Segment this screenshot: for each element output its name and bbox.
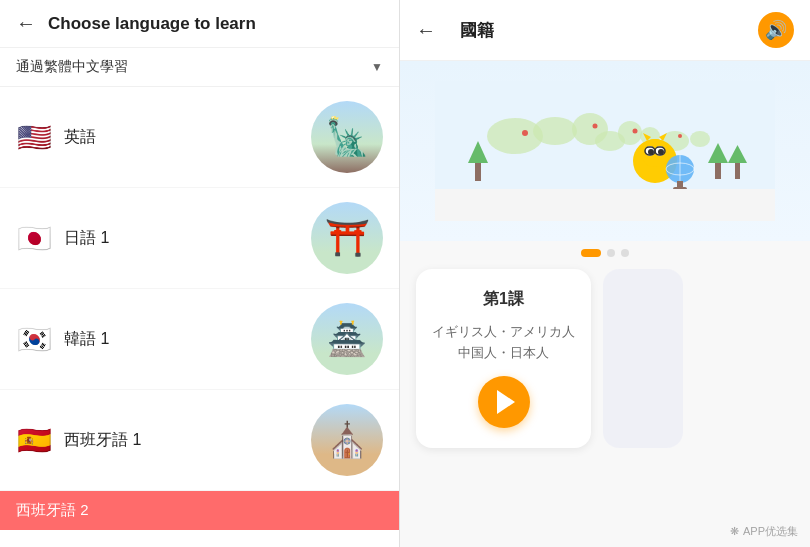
svg-point-5	[618, 121, 642, 145]
list-item[interactable]: 🇰🇷 韓語 1	[0, 289, 399, 390]
language-illustration	[311, 202, 383, 274]
language-illustration	[311, 404, 383, 476]
watermark-icon: ❋	[730, 525, 739, 538]
svg-point-10	[593, 124, 598, 129]
lesson-number: 第1課	[483, 289, 524, 310]
language-name: 日語 1	[64, 228, 109, 249]
hero-illustration	[400, 61, 810, 241]
dot	[607, 249, 615, 257]
flag-icon: 🇪🇸	[16, 422, 52, 458]
flag-icon: 🇰🇷	[16, 321, 52, 357]
watermark: ❋ APP优选集	[730, 524, 798, 539]
highlighted-language-name: 西班牙語 2	[16, 501, 89, 520]
chevron-down-icon: ▼	[371, 60, 383, 74]
svg-rect-35	[435, 189, 775, 221]
play-button[interactable]	[478, 376, 530, 428]
right-back-button[interactable]: ←	[416, 19, 436, 42]
language-list: 🇺🇸 英語 🇯🇵 日語 1 🇰🇷 韓語 1 🇪🇸	[0, 87, 399, 547]
flag-icon: 🇯🇵	[16, 220, 52, 256]
dropdown-label: 通過繁體中文學習	[16, 58, 128, 76]
flag-icon: 🇺🇸	[16, 119, 52, 155]
language-illustration	[311, 303, 383, 375]
right-page-title: 國籍	[460, 19, 494, 42]
svg-point-8	[690, 131, 710, 147]
left-back-button[interactable]: ←	[16, 12, 36, 35]
list-item-highlighted[interactable]: 西班牙語 2	[0, 491, 399, 530]
language-illustration	[311, 101, 383, 173]
list-item[interactable]: 🇪🇸 西班牙語 1	[0, 390, 399, 491]
lesson-card[interactable]: 第1課 イギリス人・アメリカ人 中国人・日本人	[416, 269, 591, 448]
lesson-card-placeholder	[603, 269, 683, 448]
language-name: 英語	[64, 127, 96, 148]
language-dropdown[interactable]: 通過繁體中文學習 ▼	[0, 48, 399, 87]
watermark-text: APP优选集	[743, 524, 798, 539]
svg-rect-13	[475, 161, 481, 181]
left-panel: ← Choose language to learn 通過繁體中文學習 ▼ 🇺🇸…	[0, 0, 400, 547]
dot	[621, 249, 629, 257]
world-map-svg	[435, 81, 775, 221]
list-item[interactable]: 🇯🇵 日語 1	[0, 188, 399, 289]
lesson-card-area: 第1課 イギリス人・アメリカ人 中国人・日本人	[400, 257, 810, 460]
svg-point-12	[678, 134, 682, 138]
sound-icon: 🔊	[765, 19, 787, 41]
list-item[interactable]: 🇫🇷	[0, 530, 399, 547]
list-item[interactable]: 🇺🇸 英語	[0, 87, 399, 188]
left-page-title: Choose language to learn	[48, 14, 256, 34]
left-header: ← Choose language to learn	[0, 0, 399, 48]
right-panel: ← 國籍 🔊	[400, 0, 810, 547]
svg-rect-15	[715, 161, 721, 179]
language-name: 西班牙語 1	[64, 430, 141, 451]
right-header: ← 國籍 🔊	[400, 0, 810, 61]
pagination-dots	[400, 249, 810, 257]
svg-point-9	[522, 130, 528, 136]
play-icon	[497, 390, 515, 414]
sound-button[interactable]: 🔊	[758, 12, 794, 48]
svg-rect-17	[735, 163, 740, 179]
right-content: 第1課 イギリス人・アメリカ人 中国人・日本人	[400, 61, 810, 547]
language-name: 韓語 1	[64, 329, 109, 350]
lesson-subtitle: イギリス人・アメリカ人 中国人・日本人	[432, 322, 575, 364]
dot-active	[581, 249, 601, 257]
svg-point-11	[633, 129, 638, 134]
svg-point-2	[533, 117, 577, 145]
